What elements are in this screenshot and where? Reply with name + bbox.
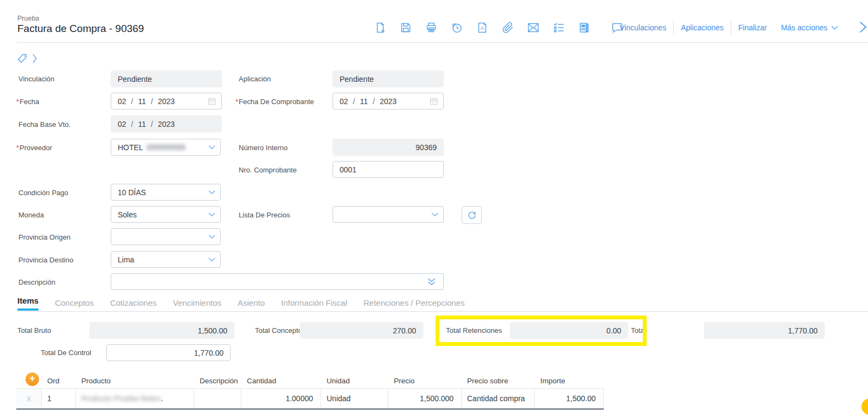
tab-informacion-fiscal[interactable]: Información Fiscal [281, 298, 347, 311]
lista-precios-label: Lista De Precios [239, 211, 290, 219]
refresh-icon [467, 210, 477, 220]
proveedor-label: *Proveedor [16, 144, 52, 152]
expand-panel-button[interactable] [858, 21, 868, 34]
cell-precio[interactable]: 1,500.000 [388, 389, 462, 408]
col-descripcion: Descripción [194, 377, 241, 385]
history-icon[interactable] [450, 21, 464, 35]
aplicacion-field: Pendiente [333, 70, 444, 87]
cell-ord: 1 [42, 389, 76, 408]
provincia-origen-label: Provincia Origen [18, 233, 71, 241]
nro-comprobante-input[interactable]: 0001 [333, 161, 444, 178]
fecha-field[interactable]: 02/ 11/ 2023 [111, 93, 222, 110]
col-ord: Ord [42, 377, 76, 385]
provincia-destino-label: Provincia Destino [18, 256, 73, 264]
fecha-base-label: Fecha Base Vto. [18, 120, 71, 128]
cell-producto[interactable]: Producto Prueba Reten . [76, 389, 194, 408]
chevron-down-icon [208, 212, 215, 217]
finalizar-button[interactable]: Finalizar [731, 23, 774, 32]
toolbar: A [373, 21, 624, 35]
cell-precio-sobre[interactable]: Cantidad compra [462, 389, 535, 408]
descripcion-input[interactable] [111, 273, 444, 290]
chevron-down-icon [208, 145, 215, 150]
checklist-icon[interactable] [552, 21, 566, 35]
mail-icon[interactable] [526, 21, 540, 35]
attachment-icon[interactable] [501, 21, 515, 35]
table-bottom-border [16, 408, 604, 410]
mas-acciones-button[interactable]: Más acciones [774, 23, 846, 32]
total-conceptos-label: Total Conceptos [255, 326, 305, 335]
col-producto: Producto [76, 377, 194, 385]
tab-vencimientos[interactable]: Vencimientos [173, 298, 221, 311]
provincia-destino-select[interactable]: Lima [111, 251, 221, 268]
font-document-icon[interactable]: A [475, 21, 489, 35]
tab-bar: Items Conceptos Cotizaciones Vencimiento… [17, 296, 465, 311]
tabs-divider [17, 311, 868, 312]
page-title: Factura de Compra - 90369 [17, 23, 144, 35]
numero-interno-label: Número Interno [239, 144, 288, 152]
refresh-prices-button[interactable] [462, 206, 482, 224]
tab-retenciones-percepciones[interactable]: Retenciones / Percepciones [363, 298, 465, 311]
total-de-control-input[interactable]: 1,770.00 [106, 344, 231, 361]
redacted-text [146, 144, 186, 150]
chevron-right-icon [858, 21, 868, 34]
cell-cantidad[interactable]: 1.00000 [241, 389, 321, 408]
col-unidad: Unidad [321, 377, 388, 385]
report-icon[interactable] [577, 21, 591, 35]
tab-conceptos[interactable]: Conceptos [55, 298, 94, 311]
provincia-origen-select[interactable] [111, 228, 221, 245]
total-label: Total [631, 326, 646, 335]
tab-asiento[interactable]: Asiento [238, 298, 265, 311]
col-cantidad: Cantidad [241, 377, 321, 385]
cell-unidad[interactable]: Unidad [321, 389, 388, 408]
vinculacion-label: Vinculación [18, 75, 54, 83]
chevron-down-icon [208, 190, 215, 195]
total-retenciones-label: Total Retenciones [446, 326, 502, 335]
tag-icon [16, 53, 28, 65]
fecha-comprobante-label: *Fecha De Comprobante [235, 98, 314, 106]
floating-action-button[interactable] [861, 398, 868, 415]
purchase-invoice-page: Prueba Factura de Compra - 90369 A [0, 0, 868, 418]
fecha-base-field: 02/ 11/ 2023 [111, 115, 222, 132]
save-icon[interactable] [399, 21, 413, 35]
condicion-pago-label: Condición Pago [18, 189, 68, 197]
total-bruto-field: 1,500.00 [90, 322, 234, 339]
table-header: Ord Producto Descripción Cantidad Unidad… [42, 374, 604, 387]
col-precio: Precio [388, 377, 462, 385]
aplicacion-label: Aplicación [239, 75, 271, 83]
tags-expand-button[interactable] [31, 53, 38, 64]
vinculaciones-button[interactable]: Vinculaciones [612, 23, 673, 32]
proveedor-select[interactable]: HOTEL [111, 139, 221, 156]
cell-descripcion[interactable] [194, 389, 241, 408]
moneda-select[interactable]: Soles [111, 206, 221, 223]
col-precio-sobre: Precio sobre [462, 377, 535, 385]
mas-acciones-label: Más acciones [781, 23, 828, 32]
add-item-button[interactable]: + [25, 372, 39, 386]
numero-interno-field: 90369 [333, 139, 444, 156]
nro-comprobante-label: Nro. Comprobante [239, 166, 297, 174]
tags-button[interactable] [16, 53, 28, 65]
condicion-pago-select[interactable]: 10 DÍAS [111, 184, 221, 201]
aplicaciones-button[interactable]: Aplicaciones [674, 23, 731, 32]
chevron-down-icon [431, 212, 438, 217]
col-importe: Importe [535, 377, 604, 385]
fecha-label: *Fecha [16, 98, 39, 106]
descripcion-label: Descripción [18, 278, 55, 286]
total-bruto-label: Total Bruto [17, 326, 51, 335]
header-actions: Vinculaciones Aplicaciones Finalizar Más… [612, 20, 845, 35]
tab-items[interactable]: Items [17, 296, 39, 311]
print-icon[interactable] [424, 21, 438, 35]
calendar-icon[interactable] [429, 97, 438, 106]
total-de-control-label: Total De Control [41, 349, 91, 357]
fecha-comprobante-field[interactable]: 02/ 11/ 2023 [333, 93, 444, 110]
total-field: 1,770.00 [704, 322, 825, 339]
header-divider [17, 42, 868, 43]
expand-double-chevron-icon[interactable] [427, 278, 436, 286]
cell-importe[interactable]: 1,500.00 [535, 389, 604, 408]
lista-precios-select[interactable] [333, 206, 444, 223]
calendar-icon[interactable] [207, 97, 216, 106]
tab-cotizaciones[interactable]: Cotizaciones [110, 298, 157, 311]
new-document-icon[interactable] [373, 21, 387, 35]
total-conceptos-field: 270.00 [300, 322, 423, 339]
delete-row-button[interactable]: X [16, 389, 42, 408]
moneda-label: Moneda [18, 211, 44, 219]
